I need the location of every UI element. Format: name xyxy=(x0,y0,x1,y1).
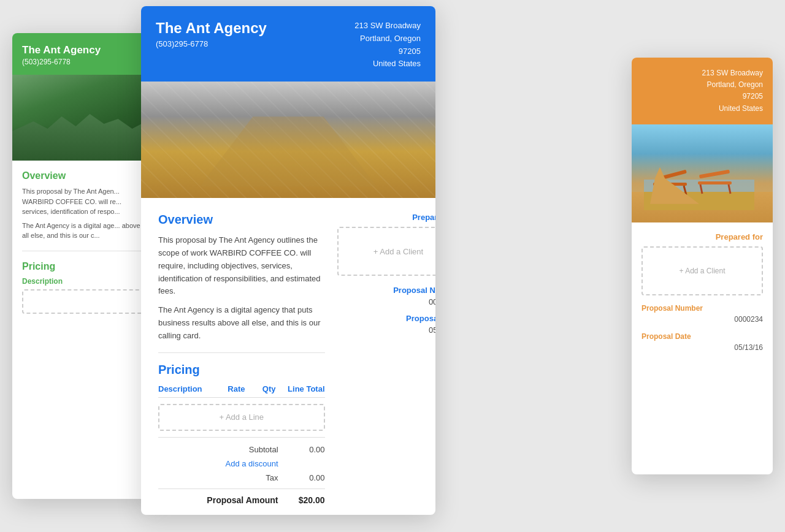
left-dashed-box xyxy=(22,289,144,314)
proposal-date-label: Proposal Date xyxy=(337,314,435,323)
pricing-table: Description Rate Qty Line Total + Add a … xyxy=(158,384,325,431)
center-card-body: Overview This proposal by The Ant Agency… xyxy=(141,198,435,515)
right-address3: 97205 xyxy=(641,91,763,102)
svg-rect-7 xyxy=(698,181,732,184)
left-company-name: The Ant Agency xyxy=(22,44,144,56)
center-address1: 213 SW Broadway xyxy=(354,20,421,32)
add-client-label: + Add a Client xyxy=(373,247,423,256)
proposal-number-label: Proposal Number xyxy=(337,286,435,295)
tax-row: Tax 0.00 xyxy=(158,471,325,485)
center-header-left: The Ant Agency (503)295-6778 xyxy=(156,20,267,48)
center-address3: 97205 xyxy=(354,45,421,58)
left-hero-image xyxy=(12,75,153,161)
tax-value: 0.00 xyxy=(288,473,325,482)
totals-section: Subtotal 0.00 Add a discount Tax 0.00 xyxy=(158,443,325,507)
proposal-date-value: 05/13/16 xyxy=(337,325,435,335)
center-company-name: The Ant Agency xyxy=(156,20,267,37)
subtotal-label: Subtotal xyxy=(193,445,278,454)
center-main-content: Overview This proposal by The Ant Agency… xyxy=(158,213,325,507)
scene: The Ant Agency (503)295-6778 Overview Th… xyxy=(0,0,785,532)
col-rate: Rate xyxy=(202,384,245,393)
prepared-for-label: Prepared for xyxy=(337,213,435,222)
center-overview-text2: The Ant Agency is a digital agency that … xyxy=(158,304,325,342)
discount-row[interactable]: Add a discount xyxy=(158,457,325,471)
proposal-amount-label: Proposal Amount xyxy=(193,495,278,505)
svg-rect-3 xyxy=(653,183,687,186)
center-pricing-title: Pricing xyxy=(158,363,325,377)
right-address1: 213 SW Broadway xyxy=(641,67,763,79)
svg-rect-6 xyxy=(699,169,730,178)
right-address: 213 SW Broadway Portland, Oregon 97205 U… xyxy=(641,67,763,115)
center-divider1 xyxy=(158,352,325,353)
right-address2: Portland, Oregon xyxy=(641,79,763,91)
beach-chairs-svg xyxy=(644,149,754,210)
totals-divider-top xyxy=(158,437,325,438)
right-hero-image xyxy=(632,124,773,222)
svg-line-4 xyxy=(655,186,657,195)
add-client-button[interactable]: + Add a Client xyxy=(337,227,435,276)
totals-divider-bottom xyxy=(158,488,325,489)
proposal-amount-row: Proposal Amount $20.00 xyxy=(158,493,325,507)
svg-rect-2 xyxy=(656,169,687,181)
card-center: The Ant Agency (503)295-6778 213 SW Broa… xyxy=(141,6,435,515)
subtotal-value: 0.00 xyxy=(288,445,325,454)
center-address4: United States xyxy=(354,58,421,70)
card-left: The Ant Agency (503)295-6778 Overview Th… xyxy=(12,33,153,499)
add-discount-label[interactable]: Add a discount xyxy=(193,459,278,468)
col-qty: Qty xyxy=(245,384,276,393)
left-description-col: Description xyxy=(22,277,144,286)
right-address4: United States xyxy=(641,103,763,115)
center-overview-text1: This proposal by The Ant Agency outlines… xyxy=(158,234,325,298)
center-card-header: The Ant Agency (503)295-6778 213 SW Broa… xyxy=(141,6,435,82)
proposal-amount-value: $20.00 xyxy=(288,495,325,505)
right-proposal-number-label: Proposal Number xyxy=(641,304,763,313)
left-card-header: The Ant Agency (503)295-6778 xyxy=(12,33,153,75)
left-phone: (503)295-6778 xyxy=(22,58,144,66)
center-overview-title: Overview xyxy=(158,213,325,227)
right-add-client-label: + Add a Client xyxy=(679,267,725,275)
center-header-right: 213 SW Broadway Portland, Oregon 97205 U… xyxy=(354,20,421,70)
card-right: 213 SW Broadway Portland, Oregon 97205 U… xyxy=(632,58,773,474)
right-proposal-number-value: 0000234 xyxy=(641,315,763,324)
left-overview-text2: The Ant Agency is a digital age... above… xyxy=(22,221,144,241)
left-overview-text: This proposal by The Ant Agen... WARBIRD… xyxy=(22,186,144,217)
proposal-number-value: 0000234 xyxy=(337,297,435,306)
right-proposal-date-label: Proposal Date xyxy=(641,332,763,341)
add-line-label: + Add a Line xyxy=(219,412,264,422)
left-divider1 xyxy=(22,251,144,251)
center-address2: Portland, Oregon xyxy=(354,32,421,45)
right-card-header: 213 SW Broadway Portland, Oregon 97205 U… xyxy=(632,58,773,124)
left-card-body: Overview This proposal by The Ant Agen..… xyxy=(12,161,153,324)
tax-label: Tax xyxy=(193,473,278,482)
pricing-col-headers: Description Rate Qty Line Total xyxy=(158,384,325,398)
col-line-total: Line Total xyxy=(276,384,325,393)
center-hero-image xyxy=(141,82,435,198)
right-card-body: Prepared for + Add a Client Proposal Num… xyxy=(632,222,773,363)
right-proposal-date-value: 05/13/16 xyxy=(641,343,763,352)
left-overview-title: Overview xyxy=(22,170,144,181)
col-description: Description xyxy=(158,384,202,393)
subtotal-row: Subtotal 0.00 xyxy=(158,443,325,457)
svg-rect-1 xyxy=(644,192,754,210)
left-pricing-title: Pricing xyxy=(22,261,144,272)
center-phone: (503)295-6778 xyxy=(156,39,267,48)
center-info-panel: Prepared for + Add a Client Proposal Num… xyxy=(337,213,435,507)
right-add-client-box[interactable]: + Add a Client xyxy=(641,246,763,295)
right-prepared-for-label: Prepared for xyxy=(641,232,763,241)
add-line-button[interactable]: + Add a Line xyxy=(158,404,325,431)
